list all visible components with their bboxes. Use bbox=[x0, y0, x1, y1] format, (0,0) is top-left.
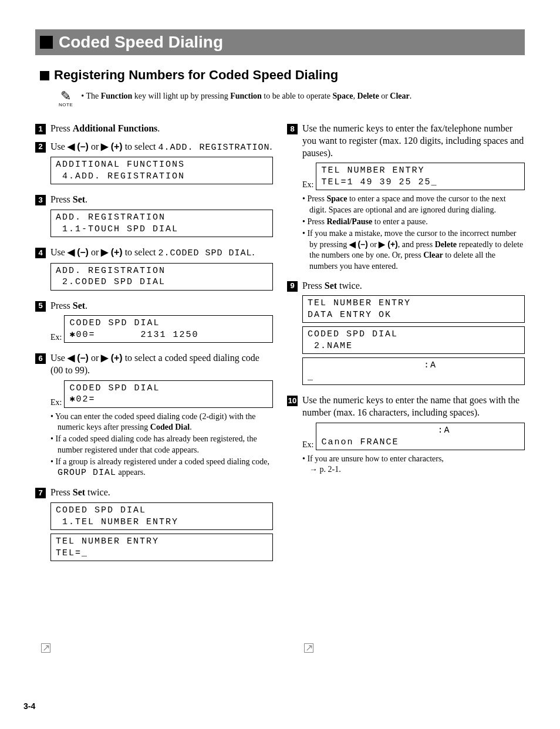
s2-or: or bbox=[89, 141, 101, 151]
s9-b: Set bbox=[325, 281, 337, 291]
step-num-5: 5 bbox=[35, 301, 46, 312]
left-column: 1 Press Additional Functions. 2 Use ◀ (–… bbox=[35, 117, 273, 567]
lcd-9c: :A _ bbox=[302, 357, 525, 385]
note-t3: to be able to operate bbox=[262, 92, 333, 100]
b8c-b2: Clear bbox=[423, 251, 443, 259]
s2-mono: 4.ADD. REGISTRATION bbox=[158, 143, 270, 153]
step-5: 5 Press Set. Ex: CODED SPD DIAL ✱00= 213… bbox=[35, 300, 273, 347]
b6b: If a coded speed dialing code has alread… bbox=[50, 434, 273, 455]
ex-label-10: Ex: bbox=[302, 440, 313, 450]
lcd-4: ADD. REGISTRATION 2.CODED SPD DIAL bbox=[50, 263, 273, 291]
b8c-mid: , and press bbox=[398, 240, 435, 249]
step-body-6: Use ◀ (–) or ▶ (+) to select a coded spe… bbox=[50, 352, 273, 481]
title-box-icon bbox=[40, 36, 53, 49]
step-body-7: Press Set twice. CODED SPD DIAL 1.TEL NU… bbox=[50, 487, 273, 565]
lcd-5: CODED SPD DIAL ✱00= 2131 1250 bbox=[64, 315, 273, 343]
step-num-9: 9 bbox=[287, 281, 298, 292]
s4-right-arrow: ▶ (+) bbox=[101, 247, 122, 257]
s2-mid: to select bbox=[123, 141, 158, 151]
lcd-7b: TEL NUMBER ENTRY TEL=_ bbox=[50, 534, 273, 561]
s4-pre: Use bbox=[50, 247, 68, 257]
note-text: • The Function key will light up by pres… bbox=[81, 90, 411, 102]
step-body-5: Press Set. Ex: CODED SPD DIAL ✱00= 2131 … bbox=[50, 300, 273, 347]
b6c: If a group is already registered under a… bbox=[50, 457, 273, 479]
step-4: 4 Use ◀ (–) or ▶ (+) to select 2.CODED S… bbox=[35, 247, 273, 294]
b8a-pre: Press bbox=[307, 194, 326, 203]
step-num-1: 1 bbox=[35, 124, 46, 134]
step-body-10: Use the numeric keys to enter the name t… bbox=[302, 394, 525, 477]
main-title-bar: Coded Speed Dialing bbox=[35, 29, 525, 55]
step-num-7: 7 bbox=[35, 488, 46, 498]
s2-left-arrow: ◀ (–) bbox=[68, 141, 89, 151]
s6-pre: Use bbox=[50, 353, 68, 363]
note-t2: key will light up by pressing bbox=[132, 92, 230, 100]
lcd-8: TEL NUMBER ENTRY TEL=1 49 39 25 25_ bbox=[316, 163, 525, 190]
step-num-4: 4 bbox=[35, 248, 46, 258]
lcd-3: ADD. REGISTRATION 1.1-TOUCH SPD DIAL bbox=[50, 210, 273, 237]
b8c-left-arrow: ◀ (–) bbox=[349, 239, 368, 249]
lcd-9a: TEL NUMBER ENTRY DATA ENTRY OK bbox=[302, 295, 525, 323]
b8c-b1: Delete bbox=[435, 240, 457, 249]
b8b-pre: Press bbox=[307, 217, 326, 226]
step-num-8: 8 bbox=[287, 124, 298, 134]
s7-pre: Press bbox=[50, 487, 73, 497]
b6a-post: . bbox=[190, 423, 192, 431]
s7-b: Set bbox=[73, 487, 85, 497]
subtitle-box-icon bbox=[40, 71, 49, 80]
subtitle-row: Registering Numbers for Coded Speed Dial… bbox=[35, 67, 525, 84]
lcd-5-wrap: Ex: CODED SPD DIAL ✱00= 2131 1250 bbox=[50, 315, 273, 343]
b6a: You can enter the coded speed dialing co… bbox=[50, 411, 273, 433]
s10-text: Use the numeric keys to enter the name t… bbox=[302, 395, 519, 417]
s5-post: . bbox=[85, 301, 87, 310]
note-kw4: Delete bbox=[357, 92, 379, 100]
note-kw3: Space bbox=[332, 92, 353, 100]
s2-pre: Use bbox=[50, 141, 68, 151]
b10-post: p. 2-1. bbox=[318, 465, 341, 474]
step-num-10: 10 bbox=[287, 396, 298, 406]
lcd-8-wrap: Ex: TEL NUMBER ENTRY TEL=1 49 39 25 25_ bbox=[302, 163, 525, 190]
s1-b: Additional Functions bbox=[73, 123, 157, 133]
b8a-b: Space bbox=[326, 194, 347, 203]
step-num-3: 3 bbox=[35, 195, 46, 205]
note-row: ✎NOTE • The Function key will light up b… bbox=[59, 90, 525, 107]
s4-post: . bbox=[252, 247, 255, 257]
step-body-8: Use the numeric keys to enter the fax/te… bbox=[302, 123, 525, 274]
s5-b: Set bbox=[73, 301, 85, 310]
note-t5: or bbox=[379, 92, 390, 100]
note-t6: . bbox=[410, 92, 412, 100]
subtitle-text: Registering Numbers for Coded Speed Dial… bbox=[54, 67, 338, 84]
s4-mid: to select bbox=[123, 247, 158, 257]
s4-or: or bbox=[89, 247, 101, 257]
step-body-1: Press Additional Functions. bbox=[50, 123, 273, 135]
lcd-10-wrap: Ex: :A Canon FRANCE bbox=[302, 423, 525, 450]
step-num-2: 2 bbox=[35, 142, 46, 153]
s9-pre: Press bbox=[302, 281, 325, 291]
right-column: 8 Use the numeric keys to enter the fax/… bbox=[287, 117, 525, 567]
s3-b: Set bbox=[73, 194, 85, 204]
step-1: 1 Press Additional Functions. bbox=[35, 123, 273, 135]
note-label: NOTE bbox=[59, 103, 73, 107]
step-2: 2 Use ◀ (–) or ▶ (+) to select 4.ADD. RE… bbox=[35, 141, 273, 188]
step-body-4: Use ◀ (–) or ▶ (+) to select 2.CODED SPD… bbox=[50, 247, 273, 294]
s4-left-arrow: ◀ (–) bbox=[68, 247, 89, 257]
note-kw2: Function bbox=[230, 92, 262, 100]
b10-pre: If you are unsure how to enter character… bbox=[307, 454, 443, 463]
lcd-7a: CODED SPD DIAL 1.TEL NUMBER ENTRY bbox=[50, 502, 273, 530]
ex-label-8: Ex: bbox=[302, 180, 313, 190]
lcd-6-wrap: Ex: CODED SPD DIAL ✱02= bbox=[50, 380, 273, 408]
s2-post: . bbox=[270, 141, 272, 151]
s4-mono: 2.CODED SPD DIAL bbox=[158, 248, 252, 258]
lcd-6: CODED SPD DIAL ✱02= bbox=[64, 380, 273, 408]
step-body-9: Press Set twice. TEL NUMBER ENTRY DATA E… bbox=[302, 280, 525, 389]
b8b-b: Redial/Pause bbox=[326, 217, 372, 226]
s6-right-arrow: ▶ (+) bbox=[101, 353, 122, 363]
s3-pre: Press bbox=[50, 194, 73, 204]
step-10-bullets: If you are unsure how to enter character… bbox=[302, 454, 525, 475]
ex-label-5: Ex: bbox=[50, 332, 62, 343]
step-10: 10 Use the numeric keys to enter the nam… bbox=[287, 394, 525, 477]
note-icon: ✎NOTE bbox=[59, 90, 73, 107]
lcd-9b: CODED SPD DIAL 2.NAME bbox=[302, 326, 525, 354]
s6-left-arrow: ◀ (–) bbox=[68, 353, 89, 363]
b6c-mono: GROUP DIAL bbox=[58, 468, 116, 478]
note-t1: • The bbox=[81, 92, 100, 100]
